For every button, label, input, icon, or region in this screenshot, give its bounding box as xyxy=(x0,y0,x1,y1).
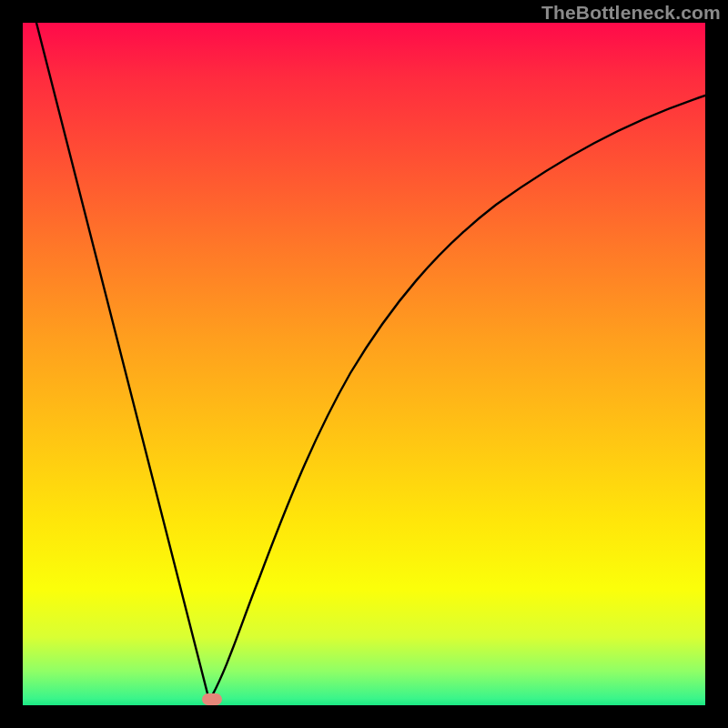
optimum-marker xyxy=(202,693,222,705)
attribution-label: TheBottleneck.com xyxy=(541,2,721,24)
curve-path xyxy=(36,23,705,701)
bottleneck-curve xyxy=(23,23,705,705)
plot-area xyxy=(23,23,705,705)
